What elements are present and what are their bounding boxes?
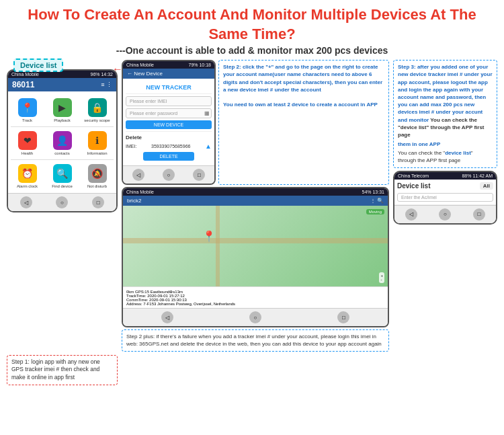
app-icon: 👤 — [53, 131, 72, 150]
main-container: How To Create An Account And Monitor Mul… — [0, 0, 504, 435]
delete-btn[interactable]: DELETE — [143, 152, 195, 161]
grid-item-contacts[interactable]: 👤contacts — [46, 129, 79, 157]
left-header: 86011 ≡ ⋮ — [8, 78, 116, 91]
bottom-nav: ◁ ○ □ — [8, 193, 116, 211]
right-bottom-nav: ◁ ○ □ — [394, 205, 496, 223]
phone-left: China Mobile 96% 14:32 86011 ≡ ⋮ 📍Track▶… — [7, 69, 118, 212]
grid-item-information[interactable]: ℹInformation — [81, 129, 114, 157]
device-list-title-row: Device list All — [397, 182, 493, 190]
middle-area: China Mobile 79% 10:18 ← New Device NEW … — [122, 60, 389, 351]
step2plus-note — [122, 355, 389, 386]
app-icon: 🔒 — [88, 98, 107, 117]
right-statusbar: China Telecom 88% 11:42 AM — [394, 172, 496, 180]
step2-box: Step 2: click the "+" and go to the page… — [218, 60, 389, 185]
map-area: Moving 📍 +- — [123, 206, 388, 286]
grid-item-security-scope[interactable]: 🔒security scope — [81, 96, 114, 124]
map-statusbar: China Mobile 54% 13:31 — [123, 188, 388, 196]
qr-icon: ▦ — [204, 110, 210, 116]
grid-item-alarm-clock[interactable]: ⏰Alarm clock — [11, 162, 44, 190]
left-body: 📍Track▶Playback🔒security scope ❤Health👤c… — [8, 91, 116, 193]
moving-badge: Moving — [366, 209, 384, 214]
app-icon: 📍 — [18, 98, 37, 117]
password-input[interactable]: Please enter password — [126, 108, 212, 118]
content-area: Device list ← China Mobile 96% 14:32 860… — [7, 60, 497, 351]
app-grid: 📍Track▶Playback🔒security scope — [11, 96, 114, 124]
road-h — [123, 238, 388, 243]
step3-note — [393, 355, 497, 386]
app-grid-2: ❤Health👤contactsℹInformation — [11, 129, 114, 157]
back-btn[interactable]: ◁ — [20, 196, 32, 208]
app-icon: 🔕 — [88, 164, 107, 183]
app-icon: ⏰ — [18, 164, 37, 183]
app-grid-3: ⏰Alarm clock🔍Find device🔕Not disturb — [11, 162, 114, 190]
home-btn[interactable]: ○ — [56, 196, 68, 208]
mid-phones-row: China Mobile 79% 10:18 ← New Device NEW … — [122, 60, 389, 185]
phone-map: China Mobile 54% 13:31 brick2 ⋮ 🔍 Moving… — [122, 187, 389, 327]
location-icon: ▲ — [205, 143, 212, 150]
map-bottom-nav: ◁ ○ □ — [123, 308, 388, 326]
bottom-steps: Step 1: login app with any new one GPS t… — [7, 355, 497, 386]
new-device-btn[interactable]: NEW DEVICE — [126, 120, 212, 129]
grid-item-health[interactable]: ❤Health — [11, 129, 44, 157]
app-icon: ℹ — [88, 131, 107, 150]
app-icon: ▶ — [53, 98, 72, 117]
zoom-controls[interactable]: +- — [379, 272, 384, 283]
phone-right: China Telecom 88% 11:42 AM Device list A… — [393, 171, 497, 225]
right-area: Step 3: after you added one of your new … — [393, 60, 497, 351]
imei-input[interactable]: Please enter IMEI — [126, 96, 212, 106]
app-icon: ❤ — [18, 131, 37, 150]
grid-item-playback[interactable]: ▶Playback — [46, 96, 79, 124]
map-marker: 📍 — [202, 230, 216, 243]
grid-item-track[interactable]: 📍Track — [11, 96, 44, 124]
new-device-bottom-nav: ◁ ○ □ — [123, 165, 214, 184]
device-search[interactable]: Enter the Ac/imei — [397, 193, 493, 202]
device-list-header: Device list All Enter the Ac/imei — [394, 180, 496, 205]
new-device-header: ← New Device — [123, 69, 214, 79]
step3-box: Step 3: after you added one of your new … — [393, 60, 497, 167]
arrow-icon: ← — [112, 63, 123, 75]
step1-box: Step 1: login app with any new one GPS t… — [7, 355, 118, 386]
delete-section: Delete IMEI: 359339075685966 ▲ DELETE — [126, 131, 212, 161]
map-header: brick2 ⋮ 🔍 — [123, 196, 388, 206]
map-info: 0km GPS:15 Eastbound⊕s13m TrackTime: 202… — [123, 286, 388, 308]
title-section: How To Create An Account And Monitor Mul… — [7, 5, 497, 56]
phone-new-device: China Mobile 79% 10:18 ← New Device NEW … — [122, 60, 216, 185]
main-title: How To Create An Account And Monitor Mul… — [7, 5, 497, 44]
recent-btn[interactable]: □ — [92, 196, 104, 208]
device-list-label: Device list — [13, 58, 63, 72]
grid-item-not-disturb[interactable]: 🔕Not disturb — [81, 162, 114, 190]
app-icon: 🔍 — [53, 164, 72, 183]
new-device-statusbar: China Mobile 79% 10:18 — [123, 61, 214, 69]
imei-row: IMEI: 359339075685966 ▲ — [126, 143, 212, 150]
step2plus-box: Step 2 plus: if there's a failure when y… — [122, 329, 389, 351]
new-device-body: NEW TRACKER Please enter IMEI Please ent… — [123, 79, 214, 165]
sub-title: ---One account is able to add & monitor … — [7, 45, 497, 56]
grid-item-find-device[interactable]: 🔍Find device — [46, 162, 79, 190]
road-v — [216, 206, 220, 286]
